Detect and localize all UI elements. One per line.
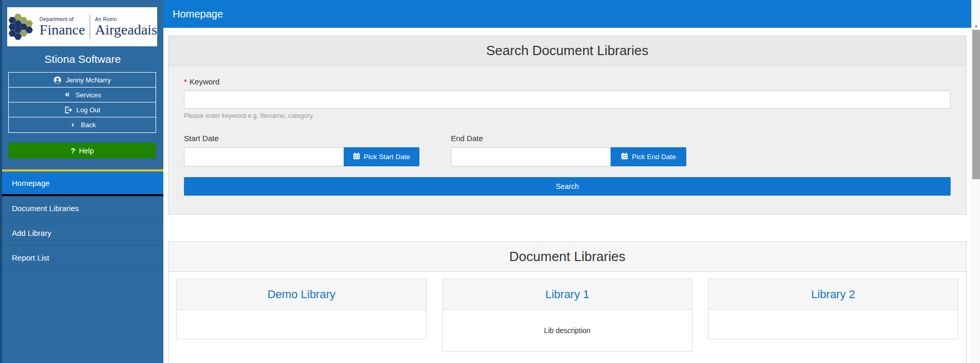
logo-finance-label: Finance (40, 22, 86, 37)
finance-hexagon-logo-icon (7, 10, 35, 43)
library-card-title-link[interactable]: Demo Library (267, 288, 335, 301)
library-card-title-link[interactable]: Library 2 (811, 288, 855, 301)
logo-airgeadais-label: Airgeadais (95, 22, 157, 37)
sidebar-item-homepage[interactable]: Homepage (2, 171, 163, 196)
logout-button-label: Log Out (76, 106, 100, 114)
pick-end-date-label: Pick End Date (632, 153, 676, 161)
library-card-2: Library 2 (708, 279, 958, 339)
sidebar-item-add-library[interactable]: Add Library (2, 221, 163, 246)
sidebar-item-report-list[interactable]: Report List (2, 246, 163, 270)
library-card-title-link[interactable]: Library 1 (545, 288, 589, 301)
start-date-field: Start Date (184, 134, 419, 166)
page-title: Homepage (173, 8, 223, 20)
library-card-header: Demo Library (177, 279, 426, 310)
end-date-field: End Date (451, 134, 686, 166)
logo-divider (90, 15, 90, 39)
document-libraries-title: Document Libraries (509, 249, 625, 265)
department-logo-text: Department of Finance An Roinn Airgeadai… (40, 15, 157, 39)
sidebar-item-document-libraries[interactable]: Document Libraries (2, 196, 163, 221)
keyword-input[interactable] (184, 91, 951, 109)
services-button[interactable]: « Services (9, 88, 156, 102)
library-cards-row: Demo Library Library 1 Lib description (176, 279, 958, 352)
search-panel: Search Document Libraries *Keyword Pleas… (168, 36, 967, 215)
content-area: Search Document Libraries *Keyword Pleas… (163, 28, 971, 363)
library-card-header: Library 2 (708, 279, 958, 310)
pick-start-date-button[interactable]: Pick Start Date (344, 147, 419, 166)
start-date-input[interactable] (184, 147, 344, 166)
library-card-demo: Demo Library (176, 279, 427, 339)
topbar: Homepage (163, 0, 971, 28)
scrollbar-thumb[interactable] (972, 30, 980, 179)
keyword-label-text: Keyword (190, 77, 219, 86)
help-button[interactable]: ? Help (8, 143, 156, 159)
chevron-left-icon: ‹ (69, 120, 77, 129)
back-button[interactable]: ‹ Back (9, 117, 156, 132)
library-card-body (708, 310, 958, 339)
services-button-label: Services (76, 91, 102, 99)
main-area: Homepage Search Document Libraries *Keyw… (163, 0, 971, 363)
user-button-label: Jenny McNarry (66, 76, 111, 84)
end-date-input[interactable] (451, 147, 611, 166)
date-fields-row: Start Date (184, 134, 951, 166)
help-button-label: Help (79, 147, 94, 155)
box-arrow-right-icon (64, 106, 72, 114)
person-circle-icon (54, 76, 62, 84)
user-button[interactable]: Jenny McNarry (9, 73, 156, 88)
app-window: Department of Finance An Roinn Airgeadai… (0, 0, 980, 363)
document-libraries-header: Document Libraries (168, 242, 966, 272)
search-panel-header: Search Document Libraries (168, 36, 966, 66)
calendar-icon (353, 152, 360, 161)
app-title: Stiona Software (2, 53, 163, 65)
end-date-label: End Date (451, 134, 686, 143)
library-card-description: Lib description (544, 326, 590, 335)
search-panel-body: *Keyword Please enter keyword e.g. filen… (168, 66, 966, 214)
library-card-body (177, 310, 426, 339)
sidebar-nav: Homepage Document Libraries Add Library … (2, 171, 163, 270)
library-card-1: Library 1 Lib description (442, 279, 692, 352)
search-panel-title: Search Document Libraries (486, 43, 648, 59)
double-chevron-left-icon: « (63, 90, 72, 98)
library-card-body: Lib description (443, 310, 692, 351)
search-button[interactable]: Search (184, 177, 951, 196)
keyword-helper-text: Please enter keyword e.g. filename, cate… (184, 112, 951, 119)
question-mark-icon: ? (71, 146, 75, 155)
back-button-label: Back (81, 121, 96, 129)
pick-end-date-button[interactable]: Pick End Date (611, 147, 686, 166)
logout-button[interactable]: Log Out (9, 102, 156, 117)
start-date-label: Start Date (184, 134, 419, 143)
department-logo: Department of Finance An Roinn Airgeadai… (7, 7, 157, 46)
sidebar: Department of Finance An Roinn Airgeadai… (0, 0, 163, 363)
document-libraries-body: Demo Library Library 1 Lib description (168, 272, 966, 363)
required-marker: * (184, 77, 187, 86)
calendar-icon (621, 152, 628, 161)
scrollbar-up-icon[interactable]: ▲ (972, 22, 980, 30)
pick-start-date-label: Pick Start Date (364, 153, 410, 161)
vertical-scrollbar[interactable]: ▲ (971, 0, 980, 363)
library-card-header: Library 1 (443, 279, 692, 310)
keyword-label: *Keyword (184, 77, 951, 86)
sidebar-button-group: Jenny McNarry « Services Log Out ‹ Back (8, 72, 156, 133)
document-libraries-panel: Document Libraries Demo Library Librar (168, 241, 967, 363)
